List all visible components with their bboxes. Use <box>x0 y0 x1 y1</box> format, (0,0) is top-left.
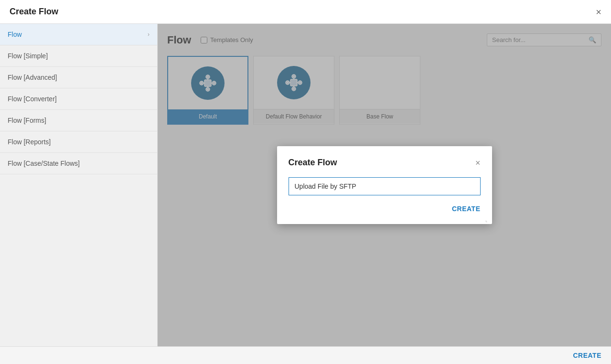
sidebar-item-flow-advanced[interactable]: Flow [Advanced] <box>0 67 157 88</box>
inner-create-button[interactable]: CREATE <box>452 205 481 213</box>
outer-dialog-title: Create Flow <box>10 7 58 17</box>
inner-close-button[interactable]: × <box>475 159 481 167</box>
sidebar-item-flow-simple[interactable]: Flow [Simple] <box>0 45 157 67</box>
sidebar-item-flow-reports[interactable]: Flow [Reports] <box>0 131 157 153</box>
sidebar-item-flow[interactable]: Flow › <box>0 24 157 45</box>
outer-create-flow-dialog: Create Flow × Flow › Flow [Simple] Flow … <box>0 0 611 364</box>
sidebar-item-flow-forms-label: Flow [Forms] <box>8 117 46 124</box>
sidebar-item-flow-case-state[interactable]: Flow [Case/State Flows] <box>0 153 157 174</box>
sidebar-item-flow-converter-label: Flow [Converter] <box>8 95 57 103</box>
sidebar-item-flow-simple-label: Flow [Simple] <box>8 52 48 60</box>
sidebar-item-flow-forms[interactable]: Flow [Forms] <box>0 110 157 131</box>
sidebar-item-flow-case-state-label: Flow [Case/State Flows] <box>8 160 80 167</box>
inner-create-flow-dialog: Create Flow × CREATE ⌞ <box>277 146 492 224</box>
outer-dialog-header: Create Flow × <box>0 0 611 24</box>
inner-dialog-header: Create Flow × <box>289 158 481 168</box>
inner-dialog-footer: CREATE <box>289 205 481 213</box>
inner-dialog-backdrop: Create Flow × CREATE ⌞ <box>158 24 611 346</box>
outer-close-button[interactable]: × <box>596 7 601 17</box>
sidebar-item-flow-advanced-label: Flow [Advanced] <box>8 74 57 81</box>
outer-dialog-body: Flow › Flow [Simple] Flow [Advanced] Flo… <box>0 24 611 346</box>
content-area: Flow Templates Only 🔍 <box>158 24 611 346</box>
outer-create-button[interactable]: CREATE <box>573 352 601 359</box>
chevron-right-icon: › <box>148 31 150 38</box>
sidebar-item-flow-converter[interactable]: Flow [Converter] <box>0 88 157 110</box>
sidebar: Flow › Flow [Simple] Flow [Advanced] Flo… <box>0 24 158 346</box>
inner-dialog-title: Create Flow <box>289 158 337 168</box>
outer-footer: CREATE <box>0 346 611 364</box>
sidebar-item-flow-reports-label: Flow [Reports] <box>8 138 51 146</box>
resize-handle[interactable]: ⌞ <box>485 217 490 222</box>
sidebar-item-flow-label: Flow <box>8 31 22 38</box>
flow-name-input[interactable] <box>289 177 481 195</box>
